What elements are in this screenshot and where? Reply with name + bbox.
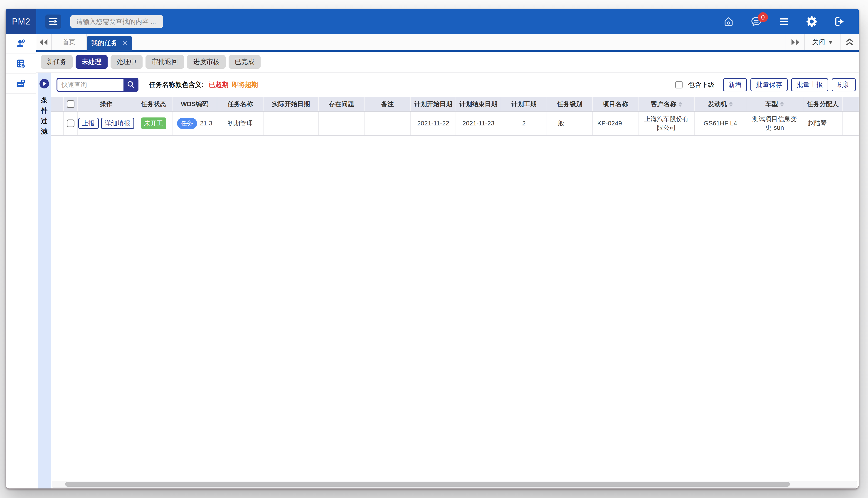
- collapse-tabs-button[interactable]: [840, 34, 859, 50]
- tabs-scroll-left-button[interactable]: [36, 34, 52, 50]
- quick-search: [56, 78, 139, 92]
- header-cell-engine[interactable]: 发动机: [695, 97, 746, 111]
- cell-gutter: [51, 112, 64, 135]
- close-tabs-dropdown[interactable]: 关闭: [804, 34, 840, 50]
- row-action-button-1[interactable]: 详细填报: [101, 118, 134, 129]
- header-cell-customer[interactable]: 客户名称: [639, 97, 695, 111]
- toolbar-button-3[interactable]: 刷新: [832, 78, 856, 91]
- toolbar-button-0[interactable]: 新增: [723, 78, 747, 91]
- cell-status: 未开工: [135, 112, 173, 135]
- global-search-input[interactable]: [71, 15, 163, 28]
- tab-bar: 首页 我的任务 ✕ 关闭: [36, 34, 859, 52]
- row-action-button-0[interactable]: 上报: [78, 118, 99, 129]
- toolbar-button-2[interactable]: 批量上报: [791, 78, 828, 91]
- header-cell-plan_end: 计划结束日期: [456, 97, 501, 111]
- toolbar-button-1[interactable]: 批量保存: [750, 78, 788, 91]
- horizontal-scrollbar-thumb[interactable]: [65, 482, 790, 487]
- header-cell-select: [64, 97, 78, 111]
- cell-remark: [365, 112, 411, 135]
- status-filter-row: 新任务未处理处理中审批退回进度审核已完成: [36, 52, 859, 73]
- double-chevron-right-icon: [791, 39, 800, 45]
- filter-button-4[interactable]: 进度审核: [187, 55, 226, 69]
- tasks-table: 操作任务状态WBS编码任务名称实际开始日期存在问题备注计划开始日期计划结束日期计…: [51, 97, 859, 488]
- header-cell-model[interactable]: 车型: [746, 97, 803, 111]
- status-badge: 未开工: [141, 117, 166, 129]
- close-tabs-label: 关闭: [812, 38, 825, 47]
- sort-icon[interactable]: [729, 102, 733, 107]
- expand-filter-button[interactable]: [39, 79, 49, 89]
- color-legend: 任务名称颜色含义:已超期即将超期: [149, 80, 258, 89]
- task-type-pill: 任务: [177, 118, 197, 129]
- header-cell-remark: 备注: [365, 97, 411, 111]
- cell-engine: GS61HF L4: [695, 112, 746, 135]
- header-cell-assignee: 任务分配人: [803, 97, 843, 111]
- cell-project: KP-0249: [593, 112, 639, 135]
- logout-icon[interactable]: [834, 16, 845, 27]
- include-sub-label: 包含下级: [688, 80, 715, 89]
- cell-task_level: 一般: [547, 112, 593, 135]
- tab-my-tasks-label: 我的任务: [91, 39, 117, 48]
- header-cell-overflow: [843, 97, 859, 111]
- cell-wbs: 任务21.3: [173, 112, 217, 135]
- header-cell-status: 任务状态: [135, 97, 173, 111]
- sidebar-toggle-button[interactable]: [46, 14, 61, 29]
- legend-soon: 即将超期: [232, 81, 258, 88]
- filter-button-0[interactable]: 新任务: [41, 55, 73, 69]
- cell-op: 上报详细填报: [78, 112, 135, 135]
- table-toolbar: 任务名称颜色含义:已超期即将超期 包含下级 新增批量保存批量上报刷新: [51, 73, 859, 97]
- navbar-actions: 0: [723, 16, 845, 27]
- quick-search-input[interactable]: [56, 78, 124, 92]
- app-window: PM2: [6, 9, 859, 488]
- archive-box-icon: [16, 78, 26, 89]
- row-select-checkbox[interactable]: [67, 119, 75, 127]
- legend-overdue: 已超期: [209, 81, 229, 88]
- settings-icon[interactable]: [806, 16, 817, 27]
- header-cell-plan_duration: 计划工期: [501, 97, 547, 111]
- sidebar-item-tasks[interactable]: [6, 54, 36, 74]
- user-chat-icon: [16, 39, 26, 49]
- tabs-scroll-right-button[interactable]: [786, 34, 804, 50]
- table-header-row: 操作任务状态WBS编码任务名称实际开始日期存在问题备注计划开始日期计划结束日期计…: [51, 97, 859, 112]
- cell-overflow: [843, 112, 859, 135]
- tab-my-tasks[interactable]: 我的任务 ✕: [87, 36, 132, 50]
- indent-menu-icon: [48, 17, 58, 26]
- sidebar-item-user[interactable]: [6, 34, 36, 54]
- filter-button-3[interactable]: 审批退回: [145, 55, 184, 69]
- select-all-checkbox[interactable]: [67, 100, 75, 108]
- play-icon: [43, 81, 47, 86]
- quick-search-button[interactable]: [124, 78, 139, 92]
- filter-button-2[interactable]: 处理中: [111, 55, 142, 69]
- home-icon[interactable]: [723, 16, 734, 27]
- cell-customer: 上海汽车股份有限公司: [639, 112, 695, 135]
- header-cell-actual_start: 实际开始日期: [264, 97, 319, 111]
- table-row: 上报详细填报未开工任务21.3初期管理2021-11-222021-11-232…: [51, 112, 859, 135]
- header-cell-problems: 存在问题: [319, 97, 365, 111]
- cell-plan_start: 2021-11-22: [411, 112, 456, 135]
- header-cell-wbs: WBS编码: [173, 97, 217, 111]
- navbar-main: 0: [36, 9, 859, 34]
- filter-button-1[interactable]: 未处理: [76, 55, 107, 69]
- message-count-badge: 0: [758, 12, 768, 22]
- cell-model: 测试项目信息变更-sun: [746, 112, 803, 135]
- filter-button-5[interactable]: 已完成: [229, 55, 260, 69]
- sort-icon[interactable]: [678, 102, 682, 107]
- condition-filter-label: 条件过滤: [41, 96, 48, 136]
- tab-home[interactable]: 首页: [52, 34, 87, 50]
- cell-assignee: 赵陆琴: [803, 112, 843, 135]
- menu-icon[interactable]: [778, 16, 790, 27]
- top-navbar: PM2: [6, 9, 859, 34]
- cell-actual_start: [264, 112, 319, 135]
- double-chevron-up-icon: [845, 38, 854, 46]
- include-sub-checkbox[interactable]: [675, 81, 682, 89]
- caret-down-icon: [828, 41, 833, 44]
- cell-select: [64, 112, 78, 135]
- cell-problems: [319, 112, 365, 135]
- sidebar-item-archive[interactable]: [6, 74, 36, 94]
- tab-close-icon[interactable]: ✕: [122, 40, 128, 47]
- wbs-code-value: 21.3: [200, 119, 213, 128]
- message-icon[interactable]: 0: [751, 16, 762, 27]
- double-chevron-left-icon: [39, 39, 48, 45]
- app-logo: PM2: [6, 9, 36, 34]
- sort-icon[interactable]: [780, 102, 784, 107]
- work-region: 条件过滤: [36, 73, 859, 488]
